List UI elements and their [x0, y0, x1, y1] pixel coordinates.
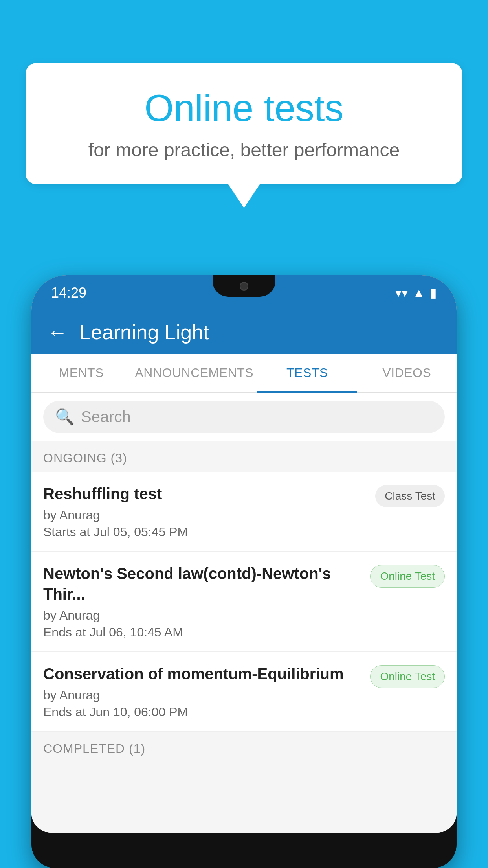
phone-inner: 14:29 ▾▾ ▲ ▮ ← Learning Light MENTS ANNO… [31, 275, 457, 833]
speech-bubble-title: Online tests [57, 86, 431, 130]
phone-content: 🔍 Search ONGOING (3) Reshuffling test by… [31, 393, 457, 833]
tab-ments[interactable]: MENTS [31, 354, 131, 392]
test-item-3[interactable]: Conservation of momentum-Equilibrium by … [31, 652, 457, 732]
test-info-3: Conservation of momentum-Equilibrium by … [43, 664, 362, 719]
test-author-3: by Anurag [43, 688, 362, 702]
test-title-2: Newton's Second law(contd)-Newton's Thir… [43, 563, 362, 604]
tab-videos[interactable]: VIDEOS [357, 354, 457, 392]
signal-icon: ▲ [413, 286, 425, 300]
ongoing-title: ONGOING (3) [43, 451, 127, 465]
battery-icon: ▮ [430, 285, 437, 300]
test-item-1[interactable]: Reshuffling test by Anurag Starts at Jul… [31, 472, 457, 552]
test-author-2: by Anurag [43, 608, 362, 623]
status-bar: 14:29 ▾▾ ▲ ▮ [31, 275, 457, 311]
test-date-3: Ends at Jun 10, 06:00 PM [43, 705, 362, 719]
test-date-2: Ends at Jul 06, 10:45 AM [43, 625, 362, 640]
test-info-2: Newton's Second law(contd)-Newton's Thir… [43, 563, 362, 640]
phone-frame: 14:29 ▾▾ ▲ ▮ ← Learning Light MENTS ANNO… [31, 275, 457, 868]
status-icons: ▾▾ ▲ ▮ [395, 285, 437, 300]
tab-tests[interactable]: TESTS [257, 354, 357, 392]
test-badge-1: Class Test [375, 485, 445, 507]
back-button[interactable]: ← [47, 320, 68, 344]
speech-bubble-arrow [228, 184, 260, 208]
wifi-icon: ▾▾ [395, 285, 408, 300]
test-item-2[interactable]: Newton's Second law(contd)-Newton's Thir… [31, 552, 457, 652]
tab-announcements[interactable]: ANNOUNCEMENTS [131, 354, 257, 392]
status-time: 14:29 [51, 285, 86, 301]
test-date-1: Starts at Jul 05, 05:45 PM [43, 525, 367, 539]
search-placeholder: Search [81, 408, 131, 426]
test-badge-2: Online Test [370, 565, 445, 588]
test-info-1: Reshuffling test by Anurag Starts at Jul… [43, 484, 367, 539]
app-header: ← Learning Light [31, 311, 457, 354]
search-icon: 🔍 [55, 408, 75, 426]
test-author-1: by Anurag [43, 508, 367, 522]
camera-dot [240, 282, 248, 291]
completed-section-header: COMPLETED (1) [31, 732, 457, 762]
search-bar[interactable]: 🔍 Search [43, 401, 445, 433]
app-title: Learning Light [79, 320, 209, 344]
ongoing-section-header: ONGOING (3) [31, 441, 457, 472]
phone-notch [213, 275, 275, 297]
search-bar-container: 🔍 Search [31, 393, 457, 441]
test-title-3: Conservation of momentum-Equilibrium [43, 664, 362, 684]
test-title-1: Reshuffling test [43, 484, 367, 504]
completed-title: COMPLETED (1) [43, 741, 145, 756]
speech-bubble-subtitle: for more practice, better performance [57, 139, 431, 161]
speech-bubble-container: Online tests for more practice, better p… [26, 63, 462, 208]
test-badge-3: Online Test [370, 665, 445, 688]
speech-bubble: Online tests for more practice, better p… [26, 63, 462, 184]
tabs-container: MENTS ANNOUNCEMENTS TESTS VIDEOS [31, 354, 457, 393]
